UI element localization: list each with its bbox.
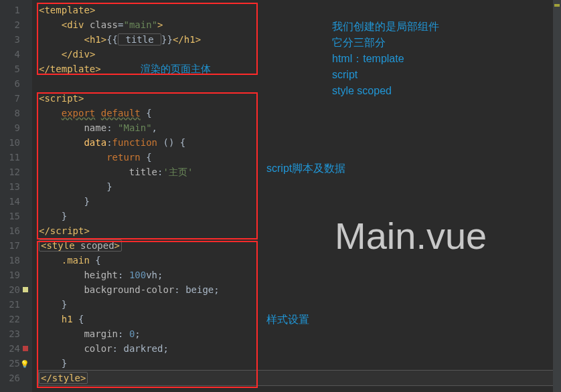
line-number[interactable]: 10 xyxy=(0,135,32,150)
code-line[interactable]: <div class="main"> xyxy=(39,17,561,32)
code-line[interactable]: </div> xyxy=(39,47,561,62)
line-number[interactable]: 3 xyxy=(0,32,32,47)
line-number[interactable]: 21 xyxy=(0,297,32,312)
line-number[interactable]: 25 xyxy=(0,356,32,371)
line-number[interactable]: 24 xyxy=(0,341,32,356)
line-number[interactable]: 8 xyxy=(0,106,32,120)
line-number[interactable]: 19 xyxy=(0,268,32,282)
code-line[interactable]: background-color: beige; xyxy=(39,282,561,297)
code-line[interactable]: } xyxy=(39,356,561,371)
annotation-template: 渲染的页面主体 xyxy=(141,62,211,77)
code-area[interactable]: <template> <div class="main"> <h1>{{ tit… xyxy=(32,0,561,392)
line-number[interactable]: 5 xyxy=(0,62,32,76)
code-line[interactable]: data:function () { xyxy=(39,135,561,150)
line-number[interactable]: 17 xyxy=(0,238,32,253)
line-number[interactable]: 23 xyxy=(0,326,32,341)
annotation-script: script脚本及数据 xyxy=(266,161,345,177)
code-line[interactable]: <script> xyxy=(39,91,561,106)
line-number[interactable]: 11 xyxy=(0,150,32,165)
annotation-style: 样式设置 xyxy=(266,312,309,328)
line-number[interactable]: 22 xyxy=(0,312,32,326)
code-line[interactable] xyxy=(39,76,561,91)
code-line[interactable]: height: 100vh; xyxy=(39,268,561,282)
line-number-gutter: 1 2 3 4 5 6 7 8 9 10 11 12 13 14 15 16 1… xyxy=(0,0,32,392)
line-number[interactable]: 2 xyxy=(0,17,32,32)
line-number[interactable]: 16 xyxy=(0,223,32,238)
line-number[interactable]: 4 xyxy=(0,47,32,62)
code-line[interactable]: </template> xyxy=(39,62,561,76)
line-number[interactable]: 18 xyxy=(0,253,32,268)
code-line[interactable]: <template> xyxy=(39,3,561,17)
line-number[interactable]: 20 xyxy=(0,282,32,297)
filename-title: Main.vue xyxy=(335,214,487,258)
annotation-component-parts: 我们创建的是局部组件 它分三部分 html：template script st… xyxy=(332,19,439,99)
code-line[interactable]: } xyxy=(39,194,561,209)
line-number[interactable]: 15 xyxy=(0,209,32,223)
code-editor: 1 2 3 4 5 6 7 8 9 10 11 12 13 14 15 16 1… xyxy=(0,0,561,392)
code-line[interactable]: margin: 0; xyxy=(39,326,561,341)
line-number[interactable]: 9 xyxy=(0,120,32,135)
line-number[interactable]: 12 xyxy=(0,165,32,179)
vertical-scrollbar[interactable] xyxy=(553,0,561,392)
line-number[interactable]: 26 xyxy=(0,371,32,385)
code-line[interactable]: name: "Main", xyxy=(39,120,561,135)
code-line[interactable]: </style> xyxy=(39,371,561,385)
line-number[interactable]: 6 xyxy=(0,76,32,91)
line-number[interactable]: 1 xyxy=(0,3,32,17)
code-line[interactable]: export default { xyxy=(39,106,561,120)
code-line[interactable]: } xyxy=(39,179,561,194)
code-line[interactable]: } xyxy=(39,297,561,312)
code-line[interactable]: color: darkred; xyxy=(39,341,561,356)
line-number[interactable]: 13 xyxy=(0,179,32,194)
code-line[interactable]: <h1>{{ title }}</h1> xyxy=(39,32,561,47)
line-number[interactable]: 7 xyxy=(0,91,32,106)
line-number[interactable]: 14 xyxy=(0,194,32,209)
